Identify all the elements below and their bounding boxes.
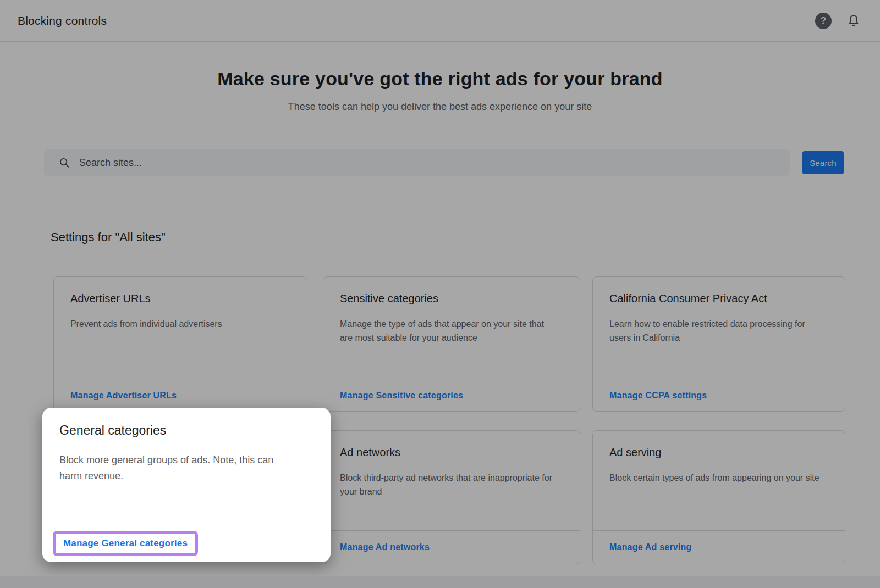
card-footer: Manage Ad serving [593,530,845,564]
card-footer: Manage Ad networks [323,530,580,564]
manage-ccpa-settings-link[interactable]: Manage CCPA settings [609,391,707,401]
purple-highlight-box: Manage General categories [53,531,198,556]
card-footer: Manage Advertiser URLs [54,380,306,411]
card-body: General categories Block more general gr… [42,408,331,524]
card-description: Manage the type of ads that appear on yo… [340,317,556,345]
card-title: California Consumer Privacy Act [609,292,828,305]
card-sensitive-categories: Sensitive categories Manage the type of … [323,276,580,412]
manage-ad-serving-link[interactable]: Manage Ad serving [609,542,692,552]
card-body: Ad networks Block third-party ad network… [323,431,580,530]
card-advertiser-urls: Advertiser URLs Prevent ads from individ… [53,276,306,412]
card-title: General categories [59,423,314,438]
card-ccpa: California Consumer Privacy Act Learn ho… [592,276,845,412]
card-ad-serving: Ad serving Block certain types of ads fr… [592,430,845,564]
topbar-icons: ? [815,13,861,29]
search-bar [44,149,790,176]
card-description: Block third-party ad networks that are i… [340,471,556,498]
top-app-bar: Blocking controls ? [0,0,880,42]
page-title: Blocking controls [18,14,107,27]
card-title: Advertiser URLs [70,292,289,305]
card-ad-networks: Ad networks Block third-party ad network… [323,430,580,564]
hero-subtitle: These tools can help you deliver the bes… [0,101,880,113]
manage-advertiser-urls-link[interactable]: Manage Advertiser URLs [70,391,177,401]
card-title: Ad networks [340,446,563,459]
card-footer: Manage General categories [42,524,331,562]
search-button[interactable]: Search [802,151,844,174]
card-footer: Manage Sensitive categories [323,380,580,411]
card-title: Ad serving [609,446,828,459]
search-input[interactable] [79,157,739,169]
card-description: Block more general groups of ads. Note, … [59,452,293,484]
notifications-bell-icon[interactable] [846,13,861,29]
card-description: Prevent ads from individual advertisers [70,317,286,331]
card-description: Block certain types of ads from appearin… [609,471,825,485]
manage-sensitive-categories-link[interactable]: Manage Sensitive categories [340,391,463,401]
bottom-edge-strip [0,576,880,588]
card-description: Learn how to enable restricted data proc… [609,317,825,345]
manage-ad-networks-link[interactable]: Manage Ad networks [340,542,430,552]
search-icon [58,157,70,169]
card-body: Sensitive categories Manage the type of … [323,277,580,380]
card-general-categories-spotlight: General categories Block more general gr… [42,408,331,562]
manage-general-categories-link[interactable]: Manage General categories [63,538,188,549]
help-icon[interactable]: ? [815,13,832,29]
card-body: Ad serving Block certain types of ads fr… [593,431,845,530]
card-footer: Manage CCPA settings [593,380,845,411]
card-body: California Consumer Privacy Act Learn ho… [593,277,845,380]
card-title: Sensitive categories [340,292,563,305]
hero-heading: Make sure you've got the right ads for y… [0,68,880,90]
card-body: Advertiser URLs Prevent ads from individ… [54,277,306,380]
settings-section-heading: Settings for "All sites" [51,230,166,245]
